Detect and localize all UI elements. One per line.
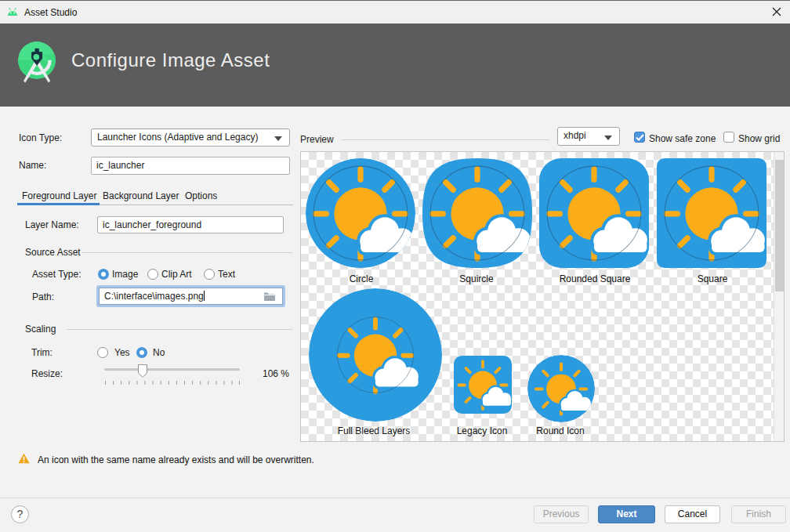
android-logo-icon — [6, 7, 19, 16]
footer-separator — [0, 498, 790, 498]
radio-clip-art[interactable] — [147, 269, 158, 280]
android-studio-logo — [17, 41, 56, 85]
radio-clip-art-label[interactable]: Clip Art — [161, 268, 192, 280]
preview-separator — [342, 139, 549, 140]
tab-foreground-layer[interactable]: Foreground Layer — [22, 190, 96, 202]
warning-message: An icon with the same name already exist… — [38, 454, 314, 465]
icon-type-label: Icon Type: — [19, 132, 62, 144]
resize-slider-handle[interactable] — [137, 364, 148, 378]
radio-text[interactable] — [204, 269, 215, 280]
preview-tile-round — [527, 355, 595, 422]
radio-image-label[interactable]: Image — [112, 268, 138, 280]
path-label: Path: — [32, 291, 54, 303]
title-bar: Asset Studio — [0, 0, 790, 23]
help-button[interactable]: ? — [11, 505, 29, 523]
tab-options[interactable]: Options — [185, 190, 217, 202]
name-value: ic_launcher — [96, 160, 144, 171]
scaling-title: Scaling — [25, 323, 56, 335]
radio-image[interactable] — [98, 269, 109, 280]
icon-type-value: Launcher Icons (Adaptive and Legacy) — [97, 132, 258, 143]
name-label: Name: — [19, 159, 46, 172]
radio-trim-yes[interactable] — [97, 347, 108, 358]
text-caret — [204, 291, 205, 301]
preview-scrollbar[interactable] — [774, 152, 784, 441]
asset-type-label: Asset Type: — [32, 268, 81, 280]
resize-label: Resize: — [31, 367, 63, 380]
preview-tile-full-bleed — [309, 288, 442, 422]
layer-name-label: Layer Name: — [25, 219, 79, 231]
radio-trim-no[interactable] — [136, 347, 147, 358]
dialog-title: Configure Image Asset — [71, 49, 270, 71]
show-safe-zone-label[interactable]: Show safe zone — [649, 132, 716, 145]
chevron-down-icon — [604, 136, 612, 140]
show-grid-checkbox[interactable] — [723, 132, 734, 143]
checkmark-icon — [636, 134, 644, 141]
show-safe-zone-checkbox[interactable] — [634, 132, 645, 143]
scaling-separator — [67, 329, 292, 330]
finish-button[interactable]: Finish — [731, 505, 786, 523]
preview-tile-squircle — [422, 158, 532, 268]
density-combobox[interactable]: xhdpi — [557, 127, 620, 146]
tile-label-circle: Circle — [350, 273, 374, 284]
tile-label-squircle: Squircle — [459, 273, 493, 284]
asset-studio-dialog: Asset Studio — [0, 0, 790, 532]
window-title: Asset Studio — [24, 1, 77, 24]
resize-value: 106 % — [263, 367, 289, 380]
radio-trim-no-label[interactable]: No — [153, 346, 165, 359]
trim-label: Trim: — [31, 346, 53, 359]
active-tab-indicator — [17, 203, 100, 205]
close-button[interactable] — [766, 3, 787, 21]
close-icon — [771, 6, 782, 17]
show-grid-label[interactable]: Show grid — [738, 132, 780, 145]
preview-area: Circle Squircle Rounded Square Square — [300, 151, 785, 442]
radio-text-label[interactable]: Text — [218, 268, 235, 280]
resize-slider-ticks — [105, 381, 240, 385]
preview-tile-rounded-square — [539, 158, 649, 268]
name-input[interactable]: ic_launcher — [91, 157, 290, 175]
preview-tile-circle — [306, 158, 415, 268]
layer-name-input[interactable]: ic_launcher_foreground — [97, 216, 284, 233]
help-label: ? — [17, 508, 24, 520]
previous-button[interactable]: Previous — [534, 505, 589, 523]
radio-trim-yes-label[interactable]: Yes — [114, 346, 130, 359]
source-asset-title: Source Asset — [25, 246, 81, 259]
tile-label-full-bleed: Full Bleed Layers — [338, 425, 411, 436]
tile-label-square: Square — [698, 273, 728, 284]
density-value: xhdpi — [564, 130, 586, 141]
tile-label-round: Round Icon — [536, 425, 584, 436]
cancel-button[interactable]: Cancel — [665, 505, 720, 523]
tab-background-layer[interactable]: Background Layer — [103, 190, 179, 202]
path-input-focus-ring: C:\interface\images.png — [96, 285, 285, 307]
preview-tile-square — [657, 158, 766, 268]
warning-icon — [18, 453, 30, 464]
tile-label-rounded-square: Rounded Square — [560, 273, 631, 284]
source-asset-separator — [82, 252, 292, 253]
folder-browse-icon[interactable] — [263, 291, 276, 302]
next-button[interactable]: Next — [598, 505, 655, 523]
preview-tile-legacy — [454, 356, 512, 414]
resize-slider-track[interactable] — [104, 368, 240, 371]
path-input[interactable]: C:\interface\images.png — [99, 288, 283, 305]
tile-label-legacy: Legacy Icon — [457, 425, 508, 436]
scrollbar-thumb[interactable] — [775, 160, 784, 291]
layer-name-value: ic_launcher_foreground — [103, 219, 201, 230]
path-value: C:\interface\images.png — [104, 291, 204, 302]
wizard-header: Configure Image Asset — [0, 24, 790, 107]
chevron-down-icon — [274, 136, 282, 141]
preview-title: Preview — [300, 133, 334, 146]
icon-type-combobox[interactable]: Launcher Icons (Adaptive and Legacy) — [91, 128, 290, 147]
